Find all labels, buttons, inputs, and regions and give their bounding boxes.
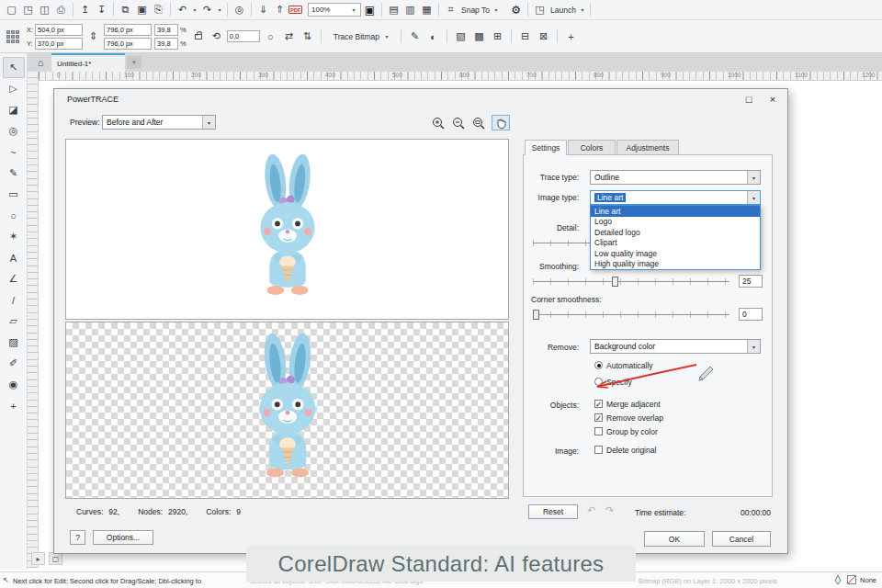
view-pixels-icon[interactable]: ▦ [419,3,435,17]
edit-bitmap-icon[interactable]: ✎ [407,29,423,44]
dropdown-option[interactable]: Line art [591,206,760,217]
launch-icon[interactable]: ◳ [532,3,548,17]
zoom-in-button[interactable] [429,115,447,130]
tab-colors[interactable]: Colors [568,140,616,155]
publish-pdf-icon[interactable]: PDF [288,6,302,14]
image-type-select[interactable]: Line art ▾ [590,190,761,205]
bitmap-border-icon[interactable]: ▩ [471,29,487,44]
upload-icon[interactable]: ↥ [77,3,93,17]
transparency-tool[interactable]: ▨ [3,332,25,353]
x-position-field[interactable]: 504,0 px [35,24,83,36]
trace-type-select[interactable]: Outline ▾ [590,170,761,185]
rectangle-tool[interactable]: ▭ [3,184,25,205]
freehand-tool[interactable]: ~ [3,141,25,163]
ellipse-reference-icon[interactable]: ○ [263,29,278,44]
merge-adjacent-checkbox[interactable]: ✓ [594,400,603,408]
search-icon[interactable]: ◎ [232,3,247,17]
bezier-tool[interactable]: ✎ [3,163,25,184]
mirror-vertical-icon[interactable]: ⇅ [300,29,315,44]
preview-after-pane[interactable] [65,322,509,499]
redo-icon[interactable]: ↷ [199,3,215,17]
horizontal-ruler[interactable]: 0 100 200 300 400 500 600 700 800 900 10… [39,72,882,81]
shadow-tool[interactable]: ▱ [3,311,25,332]
launch-dropdown-icon[interactable]: ▾ [579,6,586,13]
dropdown-option[interactable]: High quality image [591,259,760,270]
preview-select[interactable]: Before and After ▾ [102,115,216,130]
frame-icon[interactable]: ⊟ [517,29,533,44]
object-width-field[interactable]: 796,0 px [104,24,152,36]
more-tools-button[interactable]: + [3,395,25,416]
pick-tool[interactable]: ↖ [3,57,25,78]
group-by-color-checkbox[interactable] [594,427,603,435]
copy-icon[interactable]: ⧉ [118,3,133,17]
cancel-button[interactable]: Cancel [712,531,771,547]
crop-tool[interactable]: ◪ [3,99,25,120]
import-icon[interactable]: ⇓ [255,3,271,17]
smoothing-slider-thumb[interactable] [612,277,618,287]
print-icon[interactable]: ⎙ [53,3,69,17]
snap-to-dropdown-icon[interactable]: ▾ [492,6,500,13]
home-icon[interactable]: ⌂ [31,55,50,70]
view-enhanced-icon[interactable]: ▥ [402,3,418,17]
corner-smoothness-slider[interactable] [533,310,729,320]
delete-original-checkbox[interactable] [594,446,603,454]
tab-settings[interactable]: Settings [525,140,567,155]
vertical-ruler[interactable] [28,72,39,568]
remove-select[interactable]: Background color ▾ [590,339,761,354]
fullscreen-preview-icon[interactable]: ▣ [362,3,378,17]
shape-tool[interactable]: ▷ [3,78,25,99]
fill-tool[interactable]: ◉ [3,374,25,395]
zoom-tool[interactable]: ◎ [3,120,25,141]
scale-x-field[interactable]: 39,8 [154,24,178,36]
duplicate-icon[interactable]: ⎘ [151,3,166,17]
new-document-icon[interactable]: ▢ [4,3,19,17]
options-button[interactable]: Options... [93,530,153,545]
rotation-angle-field[interactable]: 0,0 [227,30,260,42]
maximize-icon[interactable]: □ [741,92,756,106]
download-icon[interactable]: ↧ [94,3,109,17]
reset-button[interactable]: Reset [528,504,578,519]
close-icon[interactable]: × [765,92,780,106]
open-icon[interactable]: ◳ [20,3,36,17]
dialog-titlebar[interactable]: PowerTRACE □ × [54,89,787,109]
mesh-icon[interactable]: ⊠ [536,29,551,44]
text-tool[interactable]: A [3,247,25,268]
scale-y-field[interactable]: 39,8 [154,38,178,50]
undo-icon[interactable]: ↶ [587,504,595,516]
pan-button[interactable] [492,115,510,130]
corner-slider-thumb[interactable] [533,310,539,320]
undo-icon[interactable]: ↶ [175,3,190,17]
dropdown-option[interactable]: Low quality image [591,248,760,259]
lock-ratio-icon[interactable] [195,34,202,40]
grid-icon[interactable]: ⊞ [490,29,505,44]
zoom-to-fit-button[interactable] [469,115,488,130]
paste-icon[interactable]: ▣ [134,3,150,17]
help-button[interactable]: ? [70,530,85,545]
preview-before-pane[interactable] [65,139,509,320]
object-height-field[interactable]: 796,0 px [104,38,152,50]
object-origin-grid[interactable] [6,30,19,43]
dropdown-option[interactable]: Detailed logo [591,227,760,238]
mirror-horizontal-icon[interactable]: ⇄ [281,29,297,44]
redo-icon[interactable]: ↷ [605,504,614,516]
document-tab[interactable]: Untitled-1* [51,53,125,72]
zoom-level-select[interactable]: 100% ▾ [308,3,361,17]
dropdown-option[interactable]: Clipart [591,238,760,249]
y-position-field[interactable]: 370,0 px [35,38,83,50]
new-tab-button[interactable]: + [127,56,141,69]
dropdown-option[interactable]: Logo [591,217,760,228]
export-icon[interactable]: ⇑ [272,3,288,17]
dimension-tool[interactable]: ∠ [3,268,25,289]
smoothing-value-field[interactable]: 25 [739,275,763,288]
image-adjust-icon[interactable]: ◐ [425,29,441,44]
redo-dropdown-icon[interactable]: ▾ [216,6,223,13]
next-page-button[interactable]: ▸ [31,552,45,565]
add-tool-icon[interactable]: + [563,29,579,44]
save-icon[interactable]: ◫ [37,3,52,17]
launch-button[interactable]: Launch [548,6,578,15]
pattern-fill-icon[interactable]: ▧ [453,29,469,44]
trace-bitmap-button[interactable]: Trace Bitmap ▾ [327,29,395,44]
snap-to-button[interactable]: Snap To [459,6,492,15]
eyedropper-tool[interactable]: ✐ [3,353,25,374]
zoom-out-button[interactable] [449,115,468,130]
